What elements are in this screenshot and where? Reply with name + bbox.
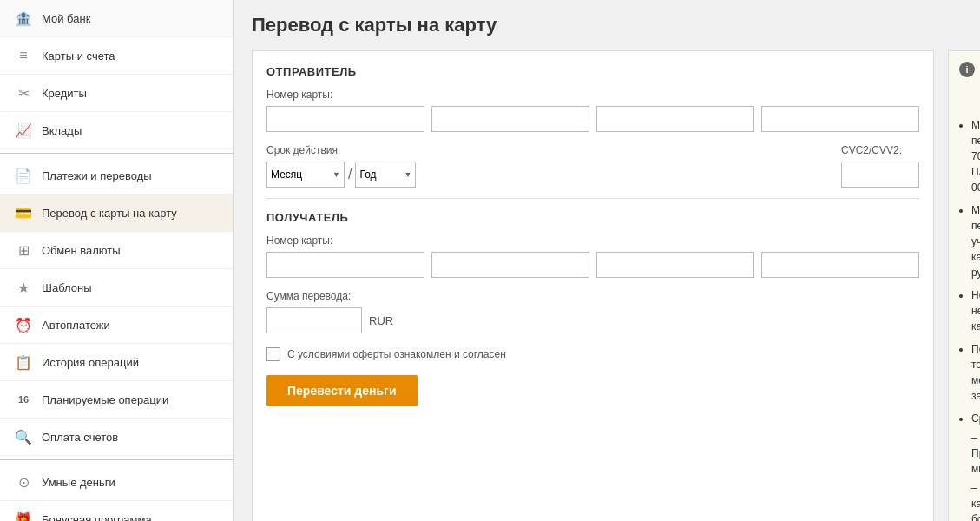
recipient-card-inputs — [266, 252, 919, 278]
templates-icon: ★ — [14, 278, 33, 297]
recipient-card-input-4[interactable] — [761, 252, 919, 278]
recipient-card-input-1[interactable] — [266, 252, 424, 278]
sidebar-item-autopayments[interactable]: ⏰ Автоплатежи — [0, 307, 233, 344]
sidebar-item-payments-transfers[interactable]: 📄 Платежи и переводы — [0, 157, 233, 195]
transfer-icon: 💳 — [14, 203, 33, 222]
info-rule-2: Максимальная сумма переводов по одной ка… — [971, 202, 980, 280]
sidebar-label-autopayments: Автоплатежи — [42, 319, 110, 332]
sidebar-label-planned: Планируемые операции — [42, 393, 168, 406]
cvc-group: CVC2/CVV2: — [841, 144, 919, 188]
recipient-card-input-3[interactable] — [596, 252, 754, 278]
year-select-wrapper: Год 202420252026 202720282029 2030203120… — [355, 162, 416, 188]
sender-card-input-3[interactable] — [596, 106, 754, 132]
recipient-card-input-2[interactable] — [431, 252, 589, 278]
year-select[interactable]: Год 202420252026 202720282029 2030203120… — [355, 162, 416, 188]
recipient-section: ПОЛУЧАТЕЛЬ Номер карты: Сумма перевода: … — [266, 211, 919, 333]
bonus-icon: 🎁 — [14, 510, 33, 521]
recipient-card-label: Номер карты: — [266, 234, 919, 247]
sidebar-item-templates[interactable]: ★ Шаблоны — [0, 269, 233, 307]
deposits-icon: 📈 — [14, 121, 33, 140]
sidebar-item-deposits[interactable]: 📈 Вклады — [0, 112, 233, 149]
oferta-checkbox[interactable] — [266, 347, 280, 361]
form-panel: ОТПРАВИТЕЛЬ Номер карты: Срок действия: — [252, 50, 934, 521]
sidebar-item-exchange[interactable]: ⊞ Обмен валюты — [0, 232, 233, 269]
sidebar-label-history: История операций — [42, 356, 139, 369]
sidebar-label-smart-money: Умные деньги — [42, 476, 115, 489]
sidebar-item-bonus[interactable]: 🎁 Бонусная программа — [0, 501, 233, 521]
info-rule-3: Не более 4 операций в день и не более 15… — [971, 287, 980, 334]
sidebar-item-my-bank[interactable]: 🏦 Мой банк — [0, 0, 233, 37]
sidebar-item-bills[interactable]: 🔍 Оплата счетов — [0, 419, 233, 456]
sidebar-label-exchange: Обмен валюты — [42, 244, 121, 257]
sidebar-divider-2 — [0, 459, 233, 460]
oferta-label: С условиями оферты ознакомлен и согласен — [287, 348, 506, 360]
section-divider — [266, 198, 919, 199]
sidebar-label-templates: Шаблоны — [42, 281, 92, 294]
sidebar-label-bills: Оплата счетов — [42, 431, 118, 444]
home-icon: 🏦 — [14, 9, 33, 28]
history-icon: 📋 — [14, 353, 33, 372]
info-panel: i Правила работы сервиса переводов с кар… — [948, 50, 980, 521]
sender-card-input-2[interactable] — [431, 106, 589, 132]
info-rule-1: Максимальная сумма одного перевода без у… — [971, 117, 980, 195]
info-rule-5: Срок зачисления средств: между картами П… — [971, 411, 980, 521]
info-icon: i — [959, 62, 975, 77]
submit-button[interactable]: Перевести деньги — [266, 375, 418, 406]
cvc-label: CVC2/CVV2: — [841, 144, 919, 156]
autopayments-icon: ⏰ — [14, 315, 33, 334]
info-sub-rule-1: между картами Промсвязьбанка: не более 2… — [971, 430, 980, 477]
month-select[interactable]: Месяц ЯнварьФевральМарт АпрельМайИюнь Ию… — [266, 162, 345, 188]
info-rules-list: Максимальная сумма одного перевода без у… — [959, 117, 980, 521]
expiry-label: Срок действия: — [266, 144, 416, 156]
smart-money-icon: ⊙ — [14, 472, 33, 491]
sender-card-input-1[interactable] — [266, 106, 424, 132]
main-content: Перевод с карты на карту ОТПРАВИТЕЛЬ Ном… — [234, 0, 980, 521]
sidebar-label-payments-transfers: Платежи и переводы — [42, 169, 152, 182]
sidebar-label-deposits: Вклады — [42, 124, 82, 137]
page-title: Перевод с карты на карту — [252, 14, 980, 36]
payments-icon: 📄 — [14, 166, 33, 185]
content-row: ОТПРАВИТЕЛЬ Номер карты: Срок действия: — [252, 50, 980, 521]
info-rule-4: Переводы осуществляются только в рублях … — [971, 341, 980, 404]
sidebar-item-history[interactable]: 📋 История операций — [0, 344, 233, 381]
sidebar-item-smart-money[interactable]: ⊙ Умные деньги — [0, 464, 233, 501]
sidebar: 🏦 Мой банк ≡ Карты и счета ✂ Кредиты 📈 В… — [0, 0, 234, 521]
amount-label: Сумма перевода: — [266, 290, 919, 302]
info-sub-rule-2: с карты стороннего банка на карту Промсв… — [971, 480, 980, 521]
planned-icon: 16 — [14, 390, 33, 409]
info-sub-rules-list: между картами Промсвязьбанка: не более 2… — [971, 430, 980, 521]
sidebar-label-my-bank: Мой банк — [42, 12, 90, 25]
sidebar-label-transfer-card: Перевод с карты на карту — [42, 207, 177, 220]
sidebar-label-bonus: Бонусная программа — [42, 513, 152, 522]
currency-label: RUR — [369, 314, 393, 327]
expiry-cvc-row: Срок действия: Месяц ЯнварьФевральМарт А… — [266, 144, 919, 188]
amount-row: RUR — [266, 307, 919, 333]
expiry-group: Срок действия: Месяц ЯнварьФевральМарт А… — [266, 144, 416, 188]
sender-card-label: Номер карты: — [266, 89, 919, 101]
credits-icon: ✂ — [14, 83, 33, 102]
sidebar-item-transfer-card[interactable]: 💳 Перевод с карты на карту — [0, 195, 233, 232]
sender-section-title: ОТПРАВИТЕЛЬ — [266, 65, 919, 78]
bills-icon: 🔍 — [14, 427, 33, 446]
sidebar-item-cards-accounts[interactable]: ≡ Карты и счета — [0, 37, 233, 75]
month-select-wrapper: Месяц ЯнварьФевральМарт АпрельМайИюнь Ию… — [266, 162, 345, 188]
cvc-input[interactable] — [841, 162, 919, 188]
info-header: i Правила работы сервиса переводов с кар… — [959, 62, 980, 109]
sender-section: ОТПРАВИТЕЛЬ Номер карты: Срок действия: — [266, 65, 919, 188]
sender-card-input-4[interactable] — [761, 106, 919, 132]
sidebar-item-credits[interactable]: ✂ Кредиты — [0, 75, 233, 112]
sender-card-inputs — [266, 106, 919, 132]
exchange-icon: ⊞ — [14, 241, 33, 260]
cards-icon: ≡ — [14, 46, 33, 65]
expiry-selects: Месяц ЯнварьФевральМарт АпрельМайИюнь Ию… — [266, 162, 416, 188]
expiry-separator: / — [348, 162, 352, 188]
sidebar-label-cards-accounts: Карты и счета — [42, 49, 115, 63]
sidebar-item-planned[interactable]: 16 Планируемые операции — [0, 381, 233, 419]
oferta-row: С условиями оферты ознакомлен и согласен — [266, 347, 919, 361]
amount-input[interactable] — [266, 307, 362, 333]
sidebar-label-credits: Кредиты — [42, 87, 87, 100]
sidebar-divider-1 — [0, 153, 233, 154]
recipient-section-title: ПОЛУЧАТЕЛЬ — [266, 211, 919, 224]
